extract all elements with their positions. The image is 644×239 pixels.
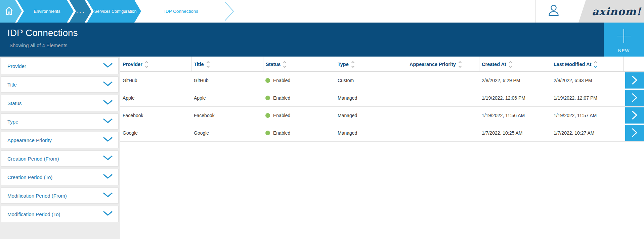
chevron-down-icon: [103, 211, 113, 217]
chevron-right-icon: [631, 93, 638, 104]
open-row-button[interactable]: [625, 107, 644, 124]
sort-icon: [284, 61, 286, 67]
cell-type: Managed: [338, 124, 357, 141]
filter-creation-period-from[interactable]: Creation Period (From): [1, 150, 119, 167]
column-header-provider[interactable]: Provider: [123, 57, 148, 72]
idp-connections-table: Provider Title Status Type Appearance Pr…: [120, 57, 644, 239]
chevron-down-icon: [103, 155, 113, 162]
idp-connections-page: Environments . . . Services Configuratio…: [0, 0, 644, 239]
user-account-button[interactable]: [544, 0, 564, 23]
status-label: Enabled: [273, 95, 290, 101]
filter-status[interactable]: Status: [1, 95, 119, 111]
cell-type: Managed: [338, 89, 357, 106]
chevron-down-icon: [103, 100, 113, 106]
column-header-label: Provider: [123, 62, 142, 67]
column-header-label: Appearance Priority: [410, 62, 456, 67]
column-divider: [335, 57, 335, 72]
filters-panel: Provider Title Status Type Appearance Pr…: [0, 57, 120, 239]
filter-type[interactable]: Type: [1, 113, 119, 130]
table-row: GitHub GitHub Enabled Custom 2/8/2022, 6…: [120, 72, 644, 89]
chevron-down-icon: [103, 118, 113, 125]
sort-icon: [207, 61, 209, 67]
cell-title: GitHub: [194, 72, 209, 89]
sort-icon: [145, 61, 148, 67]
filter-label: Modification Period (To): [7, 211, 60, 217]
filter-creation-period-to[interactable]: Creation Period (To): [1, 169, 119, 185]
filter-label: Creation Period (From): [7, 156, 59, 162]
breadcrumb-services-configuration[interactable]: Services Configuration: [87, 0, 141, 23]
column-divider: [191, 57, 191, 72]
column-header-last-modified-at[interactable]: Last Modified At: [554, 57, 597, 72]
cell-status: Enabled: [265, 72, 290, 89]
chevron-down-icon: [103, 192, 113, 199]
filter-label: Modification Period (From): [7, 193, 67, 199]
new-button[interactable]: NEW: [604, 23, 644, 57]
cell-last-modified-at: 1/7/2022, 10:27 AM: [554, 124, 594, 141]
cell-last-modified-at: 1/19/2022, 12:07 PM: [554, 89, 597, 106]
cell-type: Custom: [338, 72, 354, 89]
breadcrumb-idp-connections-current: IDP Connections: [137, 0, 226, 23]
filter-modification-period-from[interactable]: Modification Period (From): [1, 187, 119, 204]
column-divider: [263, 57, 263, 72]
column-header-status[interactable]: Status: [266, 57, 286, 72]
filter-modification-period-to[interactable]: Modification Period (To): [1, 206, 119, 222]
cell-title: Google: [194, 124, 209, 141]
cell-status: Enabled: [265, 89, 290, 106]
open-row-button[interactable]: [625, 72, 644, 89]
sort-icon: [459, 61, 461, 67]
status-enabled-dot: [265, 96, 270, 100]
filter-provider[interactable]: Provider: [1, 58, 119, 74]
sort-icon-active-desc: [594, 61, 597, 67]
open-row-button[interactable]: [625, 125, 644, 141]
table-row: Apple Apple Enabled Managed 1/19/2022, 1…: [120, 89, 644, 107]
cell-created-at: 1/7/2022, 10:25 AM: [482, 124, 522, 141]
table-row: Google Google Enabled Managed 1/7/2022, …: [120, 124, 644, 142]
open-row-button[interactable]: [625, 90, 644, 106]
filter-label: Type: [7, 119, 18, 125]
cell-status: Enabled: [265, 107, 290, 124]
column-header-label: Type: [338, 62, 349, 67]
cell-status: Enabled: [265, 124, 290, 141]
column-header-label: Last Modified At: [554, 62, 591, 67]
breadcrumb-chevron-outline-icon: [224, 1, 235, 23]
breadcrumb-label: . . .: [76, 9, 84, 14]
filter-label: Appearance Priority: [7, 137, 52, 143]
filter-label: Creation Period (To): [7, 174, 52, 180]
column-header-label: Title: [194, 62, 204, 67]
column-header-title[interactable]: Title: [194, 57, 209, 72]
breadcrumb-label: Services Configuration: [94, 9, 137, 14]
chevron-down-icon: [103, 63, 113, 69]
status-label: Enabled: [273, 78, 290, 83]
column-divider: [551, 57, 551, 72]
cell-type: Managed: [338, 107, 357, 124]
breadcrumb-environments[interactable]: Environments: [17, 0, 74, 23]
cell-created-at: 1/19/2022, 12:06 PM: [482, 89, 525, 106]
cell-provider: Facebook: [123, 107, 143, 124]
chevron-down-icon: [103, 137, 113, 143]
filter-label: Status: [7, 100, 22, 106]
filter-appearance-priority[interactable]: Appearance Priority: [1, 132, 119, 148]
home-icon: [4, 6, 14, 16]
breadcrumb-home[interactable]: [0, 0, 22, 23]
column-header-appearance-priority[interactable]: Appearance Priority: [410, 57, 461, 72]
chevron-down-icon: [103, 81, 113, 88]
cell-created-at: 1/19/2022, 11:56 AM: [482, 107, 525, 124]
new-button-label: NEW: [604, 48, 644, 53]
cell-last-modified-at: 1/19/2022, 11:57 AM: [554, 107, 597, 124]
column-header-created-at[interactable]: Created At: [482, 57, 512, 72]
cell-title: Apple: [194, 89, 206, 106]
topnav-divider: [535, 0, 535, 23]
chevron-right-icon: [631, 75, 638, 86]
column-divider: [479, 57, 479, 72]
filter-title[interactable]: Title: [1, 76, 119, 93]
sort-icon: [352, 61, 354, 67]
breadcrumb-label: Environments: [34, 9, 60, 14]
breadcrumb-label: IDP Connections: [164, 9, 198, 14]
status-enabled-dot: [265, 131, 270, 135]
column-header-type[interactable]: Type: [338, 57, 354, 72]
cell-created-at: 2/8/2022, 6:29 PM: [482, 72, 520, 89]
column-header-label: Created At: [482, 62, 506, 67]
status-label: Enabled: [273, 130, 290, 136]
user-icon: [548, 4, 560, 19]
axinom-logo: axinom!: [575, 0, 644, 23]
